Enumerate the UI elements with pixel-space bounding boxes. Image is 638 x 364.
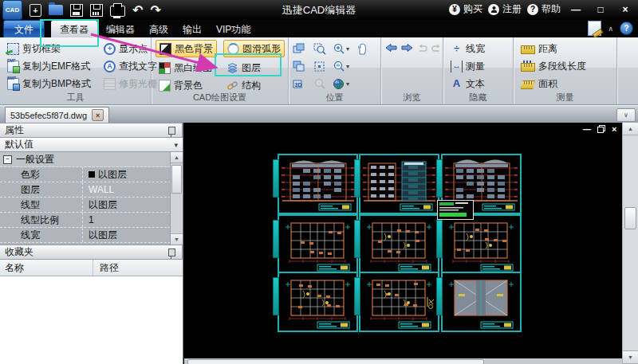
drawing-legend-box (437, 200, 474, 220)
drawing-sheet[interactable] (278, 214, 358, 275)
preset-dropdown[interactable]: 默认值 ▾ (0, 138, 183, 152)
register-button[interactable]: 注册 (488, 2, 522, 16)
help-button[interactable]: ? 帮助 (527, 2, 561, 16)
measure-distance-button[interactable]: 距离 (518, 40, 612, 57)
zoom-out-button[interactable]: ▾ (333, 61, 356, 72)
render-dropdown-icon[interactable]: ▾ (346, 80, 349, 88)
bw-draw-button[interactable]: 黑白绘图 (156, 59, 217, 76)
drawing-sheet[interactable] (359, 214, 439, 275)
zoom-window-button[interactable] (313, 43, 333, 55)
trim-raster-icon (104, 78, 116, 90)
menu-file[interactable]: 文件 (3, 20, 45, 37)
save-as-icon[interactable] (90, 4, 103, 17)
menubar-right: ∧ ? (588, 21, 633, 36)
help-circle-icon[interactable]: ? (620, 22, 633, 35)
hide-line-width-button[interactable]: ÷ 线宽 (447, 40, 509, 57)
property-row-color[interactable]: 色彩 以图层 (0, 167, 183, 182)
black-background-button[interactable]: 黑色背景 (156, 40, 217, 57)
pan-button[interactable] (356, 43, 376, 55)
scroll-up-icon[interactable]: ▲ (171, 152, 183, 163)
tile-windows-button[interactable] (293, 61, 313, 72)
menu-vip[interactable]: VIP功能 (209, 20, 258, 37)
menu-advanced[interactable]: 高级 (142, 20, 175, 37)
favorites-list[interactable] (0, 276, 183, 364)
property-group-row[interactable]: − 一般设置 (0, 152, 183, 167)
forward-arrow-button[interactable] (401, 43, 413, 55)
copy-emf-button[interactable]: EMF 复制为EMF格式 (4, 57, 94, 75)
favorites-pin-icon[interactable] (168, 249, 175, 256)
cad-editor-window: { "window": { "title": "迅捷CAD编辑器", "logo… (0, 0, 638, 364)
group-label-browse: 浏览 (381, 92, 443, 104)
drawing-sheet[interactable] (278, 272, 358, 332)
horizontal-scroll-thumb[interactable] (187, 359, 484, 364)
zoom-in-button[interactable]: ▾ (333, 43, 356, 55)
vertical-scrollbar[interactable]: ▲ ▼ (622, 123, 638, 364)
open-file-icon[interactable] (49, 5, 63, 15)
vscroll-down-icon[interactable]: ▼ (623, 350, 638, 364)
document-tab[interactable]: 53b5efec5f87d.dwg × (5, 107, 109, 123)
chevron-up-icon[interactable]: ∧ (608, 25, 613, 33)
menu-output[interactable]: 输出 (175, 20, 209, 37)
print-icon[interactable] (110, 6, 125, 17)
tab-close-icon[interactable]: × (92, 109, 104, 121)
structure-icon (226, 80, 238, 92)
group-label-tools: 工具 (0, 92, 151, 104)
drawing-sheet[interactable] (278, 154, 358, 214)
new-file-button[interactable]: + (30, 4, 41, 17)
horizontal-scrollbar[interactable] (184, 358, 622, 364)
sheet-edge-strip (354, 159, 360, 198)
redo-button[interactable]: ↷ (150, 2, 160, 18)
edit-document-icon[interactable] (588, 21, 601, 36)
property-row-ltscale[interactable]: 线型比例 1 (0, 213, 183, 228)
minimize-button[interactable]: — (566, 4, 585, 15)
layer-button[interactable]: 图层 (223, 59, 285, 76)
mdi-close-icon[interactable]: × (612, 124, 616, 134)
zoom-extents-button[interactable] (313, 61, 333, 72)
measure-polyline-button[interactable]: 多段线长度 (518, 57, 612, 75)
scroll-thumb[interactable] (171, 165, 182, 194)
vscroll-up-icon[interactable]: ▲ (623, 123, 638, 135)
hide-measure-button[interactable]: ↔ 测量 (447, 57, 509, 75)
drawing-sheet[interactable] (441, 214, 522, 275)
view-3d-button[interactable]: 3D (293, 78, 313, 90)
save-icon[interactable] (70, 4, 83, 17)
pin-icon[interactable] (168, 127, 175, 135)
drawing-sheet[interactable] (359, 154, 439, 214)
column-name[interactable]: 名称 (0, 260, 93, 276)
property-row-layer[interactable]: 图层 WALL (0, 182, 183, 198)
column-path[interactable]: 路径 (93, 261, 119, 275)
undo-button[interactable]: ↶ (132, 2, 143, 18)
measure-area-button[interactable]: 面积 (518, 75, 612, 92)
back-arrow-button[interactable] (385, 43, 397, 55)
menu-viewer[interactable]: 查看器 (51, 21, 97, 37)
property-row-linetype[interactable]: 线型 以图层 (0, 198, 183, 213)
svg-text:3D: 3D (295, 81, 302, 87)
properties-title: 属性 (5, 123, 24, 137)
return-back-icon (417, 43, 427, 55)
vscroll-thumb[interactable] (624, 207, 636, 229)
drawing-sheet[interactable] (359, 272, 439, 332)
close-button[interactable]: × (616, 4, 635, 15)
property-grid-scrollbar[interactable]: ▲ ▼ (170, 152, 183, 245)
render-button[interactable]: ▾ (333, 78, 356, 90)
buy-button[interactable]: ¥ 购买 (449, 2, 482, 16)
scroll-down-icon[interactable]: ▼ (171, 233, 183, 245)
panel-collapse-button[interactable]: ∨ (616, 108, 636, 122)
zoom-out-dropdown-icon[interactable]: ▾ (346, 63, 349, 70)
drawing-canvas[interactable]: — × (184, 123, 622, 364)
cascade-windows-button[interactable] (293, 43, 313, 55)
copy-bmp-button[interactable]: BMP 复制为BMP格式 (4, 75, 94, 92)
hide-text-button[interactable]: A 文本 (447, 75, 509, 92)
sheet-edge-strip (436, 159, 443, 198)
drawing-sheet[interactable] (441, 272, 522, 332)
zoom-previous-button (313, 78, 333, 90)
mdi-minimize-icon[interactable]: — (583, 125, 591, 134)
smooth-arc-button[interactable]: 圆滑弧形 (223, 40, 285, 57)
zoom-in-dropdown-icon[interactable]: ▾ (346, 45, 349, 53)
maximize-button[interactable]: □ (591, 4, 610, 15)
cut-frame-button[interactable]: 剪切框架 (4, 40, 94, 57)
menu-editor[interactable]: 编辑器 (99, 20, 142, 37)
mdi-restore-icon[interactable] (597, 125, 605, 133)
property-row-lineweight[interactable]: 线宽 以图层 (0, 228, 183, 243)
collapse-toggle-icon[interactable]: − (3, 155, 12, 164)
